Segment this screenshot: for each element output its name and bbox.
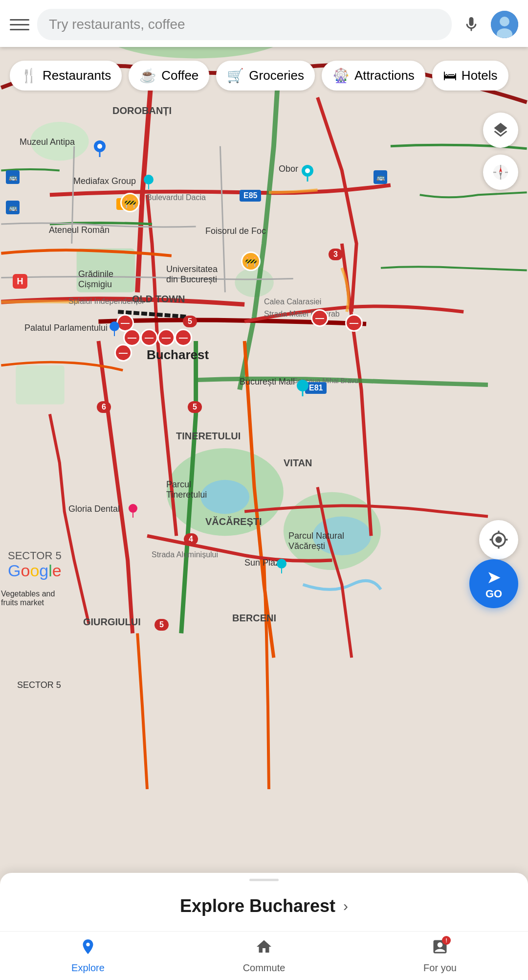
svg-point-15 bbox=[144, 175, 154, 184]
search-placeholder: Try restaurants, coffee bbox=[49, 17, 185, 32]
svg-point-12 bbox=[313, 516, 371, 555]
coffee-label: Coffee bbox=[161, 68, 198, 83]
go-label: GO bbox=[485, 588, 502, 600]
hospital-marker: H bbox=[13, 274, 27, 289]
svg-point-18 bbox=[297, 380, 308, 391]
chip-coffee[interactable]: ☕Coffee bbox=[129, 61, 209, 91]
sector-label: SECTOR 5 Google bbox=[8, 549, 62, 579]
route-3: 3 bbox=[329, 249, 343, 260]
transit-marker-1: 🚌 bbox=[6, 170, 20, 184]
sheet-handle bbox=[249, 879, 279, 881]
route-5-s: 5 bbox=[188, 401, 202, 413]
location-pin-sunplaza bbox=[276, 558, 287, 575]
location-pin-gloria bbox=[128, 503, 138, 520]
svg-point-20 bbox=[110, 321, 119, 331]
explore-row[interactable]: Explore Bucharest › bbox=[0, 891, 528, 921]
svg-point-17 bbox=[305, 168, 310, 173]
hotels-icon: 🛏 bbox=[443, 68, 457, 84]
incident-6: — bbox=[114, 344, 132, 362]
incident-2: — bbox=[123, 329, 141, 346]
avatar[interactable] bbox=[491, 11, 518, 38]
google-logo: G bbox=[8, 561, 21, 580]
nav-explore[interactable]: Explore bbox=[0, 932, 176, 980]
svg-rect-3 bbox=[1, 0, 527, 789]
transit-marker-2: 🚌 bbox=[6, 201, 20, 214]
incident-7: — bbox=[311, 309, 329, 327]
commute-nav-label: Commute bbox=[243, 962, 286, 974]
svg-point-21 bbox=[129, 504, 137, 513]
layers-button[interactable] bbox=[483, 113, 518, 148]
attractions-icon: 🎡 bbox=[332, 68, 350, 84]
attractions-label: Attractions bbox=[354, 68, 415, 83]
bottom-nav: Explore Commute ! For you bbox=[0, 931, 528, 980]
svg-point-9 bbox=[235, 268, 274, 297]
route-5-giurgiului: 5 bbox=[154, 619, 169, 631]
map-area[interactable]: DOROBANȚI Muzeul Antipa Mediafax Group A… bbox=[0, 0, 528, 789]
chip-attractions[interactable]: 🎡Attractions bbox=[322, 61, 425, 91]
go-arrow-icon: ➤ bbox=[486, 567, 501, 588]
for-you-badge: ! bbox=[442, 936, 451, 945]
explore-nav-icon bbox=[79, 938, 97, 959]
chip-restaurants[interactable]: 🍴Restaurants bbox=[10, 61, 122, 91]
hotels-label: Hotels bbox=[462, 68, 498, 83]
map-controls bbox=[483, 113, 518, 190]
incident-8: — bbox=[345, 314, 363, 332]
transit-marker-3: 🚌 bbox=[374, 170, 387, 184]
for-you-nav-label: For you bbox=[423, 962, 457, 974]
svg-rect-8 bbox=[16, 365, 65, 405]
location-pin-mediafax bbox=[143, 174, 154, 191]
explore-arrow-icon: › bbox=[343, 898, 348, 914]
eroad-e85: E85 bbox=[240, 190, 261, 202]
construction-1: 🚧 bbox=[120, 193, 140, 212]
svg-point-19 bbox=[277, 559, 286, 569]
go-button[interactable]: ➤ GO bbox=[469, 559, 518, 608]
restaurants-label: Restaurants bbox=[43, 68, 111, 83]
location-pin-mall bbox=[296, 379, 309, 398]
route-4: 4 bbox=[184, 533, 198, 545]
nav-commute[interactable]: Commute bbox=[176, 932, 352, 980]
explore-nav-label: Explore bbox=[71, 962, 105, 974]
nav-for-you[interactable]: ! For you bbox=[352, 932, 528, 980]
coffee-icon: ☕ bbox=[139, 68, 156, 84]
for-you-nav-icon: ! bbox=[431, 938, 449, 959]
search-input[interactable]: Try restaurants, coffee bbox=[37, 9, 452, 40]
groceries-icon: 🛒 bbox=[227, 68, 244, 84]
commute-nav-icon bbox=[255, 938, 273, 959]
category-chips: 🍴Restaurants☕Coffee🛒Groceries🎡Attraction… bbox=[0, 54, 528, 97]
construction-2: 🚧 bbox=[241, 251, 261, 271]
hamburger-menu[interactable] bbox=[10, 15, 29, 34]
chip-groceries[interactable]: 🛒Groceries bbox=[216, 61, 315, 91]
route-5-center: 5 bbox=[183, 316, 197, 327]
groceries-label: Groceries bbox=[249, 68, 304, 83]
location-pin-obor bbox=[301, 164, 314, 183]
incident-4: — bbox=[157, 329, 175, 346]
bottom-sheet: Explore Bucharest › bbox=[0, 873, 528, 931]
chip-hotels[interactable]: 🛏Hotels bbox=[432, 61, 508, 91]
svg-point-14 bbox=[97, 144, 102, 149]
restaurants-icon: 🍴 bbox=[21, 68, 38, 84]
svg-point-1 bbox=[500, 17, 509, 26]
location-pin-muzeu bbox=[93, 139, 107, 159]
my-location-button[interactable] bbox=[479, 520, 518, 559]
incident-5: — bbox=[175, 329, 192, 346]
explore-title: Explore Bucharest bbox=[180, 896, 335, 916]
svg-point-4 bbox=[30, 122, 88, 161]
incident-3: — bbox=[140, 329, 158, 346]
svg-rect-5 bbox=[77, 249, 135, 293]
mic-icon[interactable] bbox=[460, 13, 483, 36]
svg-point-11 bbox=[201, 480, 250, 514]
search-bar: Try restaurants, coffee bbox=[0, 0, 528, 47]
route-6: 6 bbox=[97, 401, 111, 413]
compass-button[interactable] bbox=[483, 155, 518, 190]
location-pin-palatul bbox=[109, 320, 120, 338]
